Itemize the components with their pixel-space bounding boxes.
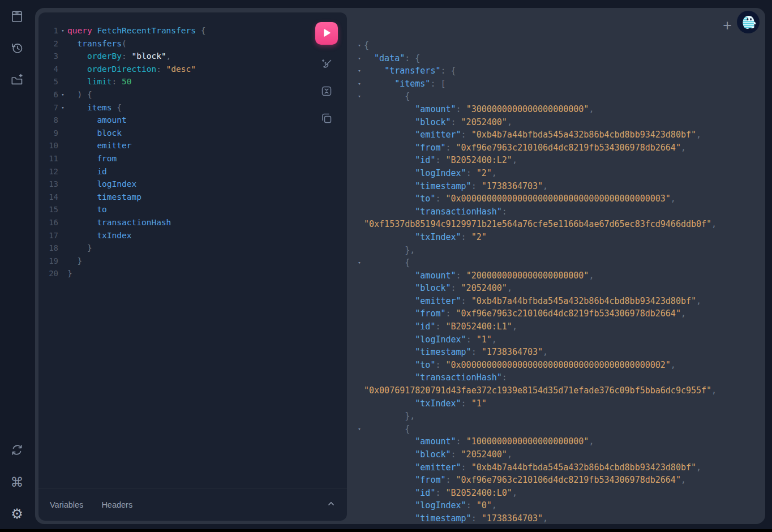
fold-arrow-icon[interactable]: ▾ bbox=[355, 39, 364, 52]
code-text: "0xf1537db85194c9129971b21e564a76cfe5e11… bbox=[364, 218, 717, 231]
editor-line: 10 emitter bbox=[38, 139, 347, 152]
response-line: "emitter": "0xb4b7a44bfbda545a432b86b4cb… bbox=[355, 295, 763, 308]
code-text: logIndex bbox=[67, 178, 136, 191]
left-sidebar: ⌘ ⚙ bbox=[0, 0, 34, 529]
line-number: 4 bbox=[38, 63, 58, 76]
code-text: amount bbox=[67, 114, 127, 127]
fold-gutter bbox=[355, 397, 364, 410]
code-text: "amount": "2000000000000000000000", bbox=[364, 269, 594, 282]
editor-line: 6▾ ) { bbox=[38, 88, 347, 101]
editor-line: 5 limit: 50 bbox=[38, 75, 347, 88]
fold-arrow-icon[interactable]: ▾ bbox=[355, 90, 364, 103]
fold-gutter bbox=[355, 499, 364, 512]
response-line: "0x0076917820791d43fae372c1939e8154d35d7… bbox=[355, 384, 763, 397]
fold-gutter bbox=[58, 255, 67, 268]
response-line: "emitter": "0xb4b7a44bfbda545a432b86b4cb… bbox=[355, 128, 763, 141]
code-text: "emitter": "0xb4b7a44bfbda545a432b86b4cb… bbox=[364, 295, 701, 308]
fold-gutter bbox=[58, 50, 67, 63]
fold-arrow-icon[interactable]: ▾ bbox=[355, 78, 364, 91]
response-line: ▾ "data": { bbox=[355, 52, 763, 65]
settings-button[interactable]: ⚙ bbox=[9, 506, 25, 522]
fold-gutter bbox=[355, 320, 364, 333]
fold-arrow-icon[interactable]: ▾ bbox=[58, 88, 67, 101]
play-icon bbox=[321, 28, 332, 40]
code-text: limit: 50 bbox=[67, 75, 132, 88]
code-text: "txIndex": "1" bbox=[364, 397, 487, 410]
ghost-logo[interactable] bbox=[737, 11, 760, 33]
shortcuts-button[interactable]: ⌘ bbox=[9, 474, 25, 490]
response-line: "emitter": "0xb4b7a44bfbda545a432b86b4cb… bbox=[355, 461, 763, 474]
line-number: 20 bbox=[38, 267, 58, 280]
code-text: block bbox=[67, 127, 122, 140]
fold-arrow-icon[interactable]: ▾ bbox=[355, 423, 364, 436]
fold-gutter bbox=[355, 269, 364, 282]
editor-line: 15 to bbox=[38, 203, 347, 216]
window-bottom-edge bbox=[0, 529, 772, 532]
fold-gutter bbox=[58, 229, 67, 242]
response-line: "amount": "3000000000000000000000", bbox=[355, 103, 763, 116]
response-viewer[interactable]: ▾{▾ "data": {▾ "transfers": {▾ "items": … bbox=[355, 39, 763, 524]
fold-arrow-icon[interactable]: ▾ bbox=[355, 256, 364, 269]
code-text: txIndex bbox=[67, 229, 132, 242]
fold-gutter bbox=[355, 384, 364, 397]
fold-gutter bbox=[58, 152, 67, 165]
tab-headers[interactable]: Headers bbox=[101, 500, 132, 509]
query-editor-panel: 1▾query FetchRecentTransfers {2 transfer… bbox=[38, 12, 347, 521]
response-line: }, bbox=[355, 244, 763, 257]
code-text: "block": "2052400", bbox=[364, 282, 512, 295]
line-number: 2 bbox=[38, 37, 58, 50]
copy-query-button[interactable] bbox=[320, 112, 333, 126]
code-text: "transactionHash": bbox=[364, 205, 507, 218]
code-text: "items": [ bbox=[364, 78, 446, 91]
fold-arrow-icon[interactable]: ▾ bbox=[355, 65, 364, 78]
fold-gutter bbox=[355, 512, 364, 524]
history-icon bbox=[10, 41, 24, 57]
prettify-query-button[interactable] bbox=[320, 58, 333, 72]
code-text: "data": { bbox=[364, 52, 420, 65]
editor-line: 14 timestamp bbox=[38, 191, 347, 204]
query-editor[interactable]: 1▾query FetchRecentTransfers {2 transfer… bbox=[38, 24, 347, 280]
execute-query-button[interactable] bbox=[315, 22, 338, 45]
code-text: from bbox=[67, 152, 117, 165]
collections-button[interactable] bbox=[9, 72, 25, 88]
response-line: "timestamp": "1738364703", bbox=[355, 346, 763, 359]
code-text: "from": "0xf96e7963c210106d4dc8219fb5343… bbox=[364, 307, 686, 320]
fold-gutter bbox=[58, 267, 67, 280]
docs-button[interactable] bbox=[9, 9, 25, 25]
code-text: "emitter": "0xb4b7a44bfbda545a432b86b4cb… bbox=[364, 461, 701, 474]
code-text: timestamp bbox=[67, 191, 141, 204]
editor-line: 13 logIndex bbox=[38, 178, 347, 191]
fold-arrow-icon[interactable]: ▾ bbox=[58, 101, 67, 114]
command-icon: ⌘ bbox=[11, 476, 24, 489]
response-line: "amount": "2000000000000000000000", bbox=[355, 269, 763, 282]
code-text: { bbox=[364, 256, 410, 269]
code-text: "logIndex": "1", bbox=[364, 333, 497, 346]
line-number: 9 bbox=[38, 127, 58, 140]
merge-fragments-button[interactable] bbox=[320, 85, 333, 98]
history-button[interactable] bbox=[9, 41, 25, 57]
editor-line: 1▾query FetchRecentTransfers { bbox=[38, 24, 347, 37]
editor-line: 19 } bbox=[38, 255, 347, 268]
copy-icon bbox=[320, 111, 333, 127]
fold-gutter bbox=[355, 231, 364, 244]
editor-line: 3 orderBy: "block", bbox=[38, 50, 347, 63]
code-text: query FetchRecentTransfers { bbox=[67, 24, 205, 37]
fold-gutter bbox=[355, 205, 364, 218]
fold-arrow-icon[interactable]: ▾ bbox=[355, 52, 364, 65]
editor-line: 4 orderDirection: "desc" bbox=[38, 63, 347, 76]
code-text: "txIndex": "2" bbox=[364, 231, 487, 244]
code-text: "timestamp": "1738364703", bbox=[364, 180, 548, 193]
code-text: "to": "0x0000000000000000000000000000000… bbox=[364, 192, 676, 205]
code-text: ) { bbox=[67, 88, 92, 101]
refetch-schema-button[interactable] bbox=[9, 443, 25, 458]
code-text: } bbox=[67, 255, 82, 268]
editor-line: 17 txIndex bbox=[38, 229, 347, 242]
add-tab-button[interactable]: + bbox=[720, 18, 735, 33]
fold-arrow-icon[interactable]: ▾ bbox=[58, 24, 67, 37]
tab-variables[interactable]: Variables bbox=[50, 500, 83, 509]
collapse-editor-tools-button[interactable] bbox=[327, 499, 336, 510]
response-line: "txIndex": "1" bbox=[355, 397, 763, 410]
fold-gutter bbox=[355, 333, 364, 346]
fold-gutter bbox=[58, 242, 67, 255]
code-text: "from": "0xf96e7963c210106d4dc8219fb5343… bbox=[364, 141, 686, 155]
